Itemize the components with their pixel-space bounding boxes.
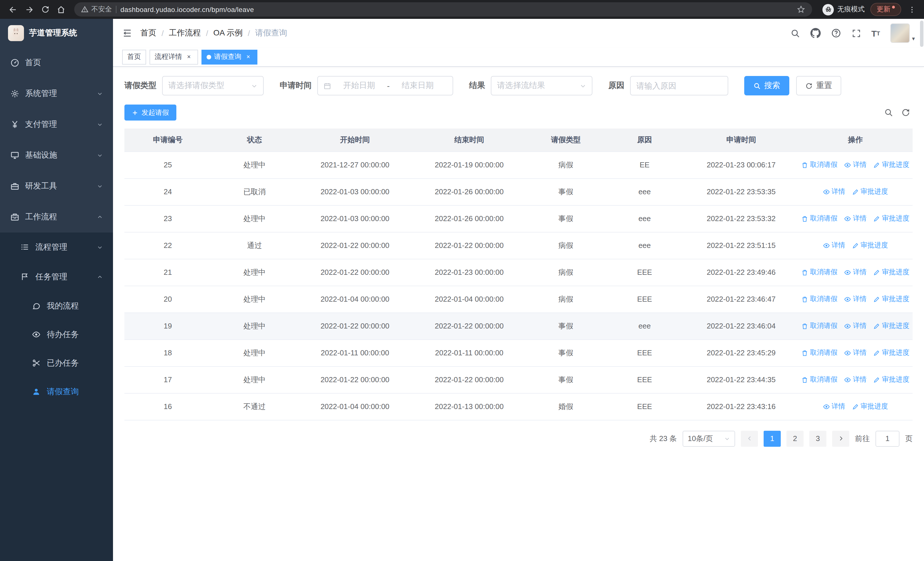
sidebar-item-leave-query[interactable]: 请假查询 [0,378,113,406]
page-button-2[interactable]: 2 [786,430,804,447]
sidebar-item-my-process[interactable]: 我的流程 [0,292,113,320]
url-text[interactable]: dashboard.yudao.iocoder.cn/bpm/oa/leave [120,5,793,14]
sidebar-item-pay[interactable]: 支付管理 [0,109,113,140]
approval-progress-link[interactable]: 审批进度 [873,375,909,385]
cancel-leave-link[interactable]: 取消请假 [802,321,837,331]
approval-progress-link[interactable]: 审批进度 [873,214,909,223]
detail-link[interactable]: 详情 [844,160,867,170]
breadcrumb-item-home[interactable]: 首页 [140,28,156,38]
pen-icon [873,269,880,276]
cancel-leave-link[interactable]: 取消请假 [802,214,837,223]
user-menu[interactable]: ▾ [890,23,915,43]
approval-progress-link[interactable]: 审批进度 [852,402,888,411]
approval-progress-link[interactable]: 审批进度 [852,241,888,250]
filter-form: 请假类型 请选择请假类型 申请时间 [124,76,913,95]
sidebar-collapse-icon[interactable] [122,28,132,38]
detail-link[interactable]: 详情 [823,402,845,411]
reason-input[interactable] [636,81,722,90]
prev-page-button[interactable] [741,430,758,447]
approval-progress-link[interactable]: 审批进度 [873,294,909,304]
sidebar-item-label: 流程管理 [35,242,92,253]
bookmark-star-icon[interactable] [797,5,805,14]
close-icon[interactable]: × [244,53,252,61]
sidebar-item-dev[interactable]: 研发工具 [0,171,113,202]
approval-progress-link[interactable]: 审批进度 [873,348,909,358]
search-icon[interactable] [790,28,800,38]
breadcrumb-item-workflow[interactable]: 工作流程 [169,28,201,38]
sidebar-item-done-tasks[interactable]: 已办任务 [0,349,113,378]
tab-process-detail[interactable]: 流程详情 × [150,50,198,64]
approval-progress-link[interactable]: 审批进度 [852,187,888,197]
reset-button[interactable]: 重置 [796,76,841,95]
search-button[interactable]: 搜索 [744,76,789,95]
app-logo[interactable]: 芋道管理系统 [0,19,113,47]
browser-home-icon[interactable] [54,2,69,17]
browser-update-button[interactable]: 更新 [870,3,901,16]
detail-link[interactable]: 详情 [823,241,845,250]
font-size-icon[interactable]: TT [871,28,880,38]
detail-link[interactable]: 详情 [844,294,867,304]
cancel-leave-link[interactable]: 取消请假 [802,160,837,170]
breadcrumb-item-oa[interactable]: OA 示例 [213,28,243,38]
eye-icon [844,269,851,276]
sidebar-item-system[interactable]: 系统管理 [0,78,113,109]
sidebar-item-process-mgmt[interactable]: 流程管理 [0,233,113,262]
sidebar-item-todo-tasks[interactable]: 待办任务 [0,320,113,349]
security-indicator[interactable]: 不安全 [81,5,112,14]
detail-link[interactable]: 详情 [844,321,867,331]
detail-link[interactable]: 详情 [844,267,867,277]
avatar[interactable] [890,23,910,43]
sidebar-item-workflow[interactable]: 工作流程 [0,202,113,233]
sidebar-item-infra[interactable]: 基础设施 [0,140,113,171]
close-icon[interactable]: × [185,53,193,61]
cell-start: 2022-01-22 00:00:00 [298,313,412,339]
toolbox-icon [10,182,20,191]
cell-end: 2022-01-19 00:00:00 [412,151,526,178]
dashboard-icon [10,58,20,68]
cancel-leave-link[interactable]: 取消请假 [802,375,837,385]
table-toolbar: 发起请假 [124,105,913,120]
app-title: 芋道管理系统 [29,28,77,38]
result-select[interactable]: 请选择流结果 [491,76,592,95]
scrollbar-thumb[interactable] [920,21,923,47]
cell-id: 21 [124,259,211,286]
tab-leave-query[interactable]: 请假查询 × [201,50,257,64]
url-bar[interactable]: 不安全 dashboard.yudao.iocoder.cn/bpm/oa/le… [74,2,812,17]
chevron-down-icon [97,122,103,127]
date-range-picker[interactable]: 开始日期 - 结束日期 [317,76,453,95]
approval-progress-link[interactable]: 审批进度 [873,160,909,170]
page-size-select[interactable]: 10条/页 [682,430,735,447]
next-page-button[interactable] [832,430,849,447]
detail-link[interactable]: 详情 [844,375,867,385]
browser-forward-icon[interactable] [22,2,36,17]
calendar-icon [324,82,331,89]
approval-progress-link[interactable]: 审批进度 [873,321,909,331]
help-icon[interactable] [831,28,841,38]
cancel-leave-link[interactable]: 取消请假 [802,294,837,304]
browser-reload-icon[interactable] [38,2,52,17]
sidebar-item-home[interactable]: 首页 [0,47,113,78]
leave-type-select[interactable]: 请选择请假类型 [162,76,264,95]
detail-link[interactable]: 详情 [844,348,867,358]
page-button-1[interactable]: 1 [764,430,781,447]
fullscreen-icon[interactable] [851,28,861,38]
cell-id: 17 [124,366,211,393]
browser-menu-icon[interactable] [906,5,918,14]
detail-link[interactable]: 详情 [844,214,867,223]
tab-home[interactable]: 首页 [122,50,146,64]
urlbar-divider [116,6,116,13]
table-refresh-icon[interactable] [901,108,910,117]
create-leave-button[interactable]: 发起请假 [124,105,176,120]
sidebar-item-task-mgmt[interactable]: 任务管理 [0,262,113,292]
goto-page-input[interactable] [876,430,900,447]
eye-icon [823,188,830,195]
cancel-leave-link[interactable]: 取消请假 [802,267,837,277]
search-toggle-icon[interactable] [884,108,893,117]
cancel-leave-link[interactable]: 取消请假 [802,348,837,358]
github-icon[interactable] [810,28,820,38]
approval-progress-link[interactable]: 审批进度 [873,267,909,277]
detail-link[interactable]: 详情 [823,187,845,197]
cell-reason: EE [605,151,684,178]
page-button-3[interactable]: 3 [809,430,826,447]
browser-back-icon[interactable] [6,2,21,17]
